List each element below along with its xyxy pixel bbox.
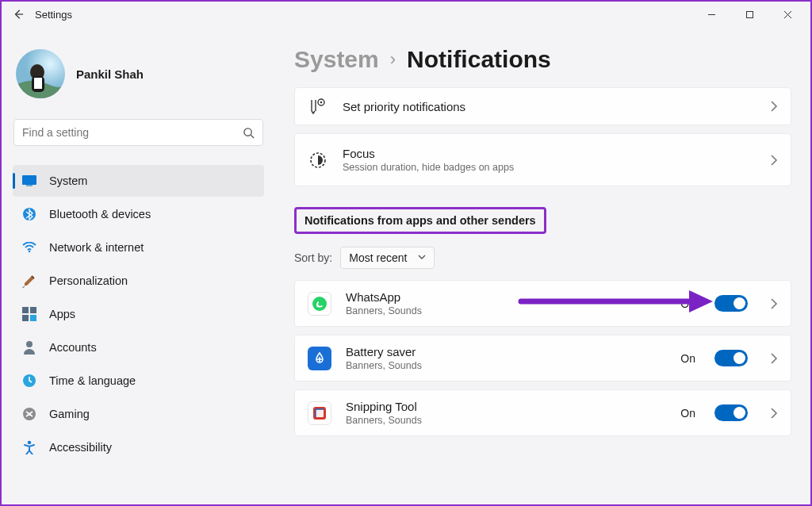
app-row-whatsapp[interactable]: WhatsApp Banners, Sounds On: [294, 280, 791, 327]
sort-row: Sort by: Most recent: [294, 247, 791, 269]
sidebar-item-label: Accessibility: [49, 441, 112, 454]
app-sub: Banners, Sounds: [346, 415, 666, 426]
svg-rect-11: [30, 307, 36, 313]
sidebar-item-bluetooth[interactable]: Bluetooth & devices: [13, 198, 264, 230]
card-priority-notifications[interactable]: Set priority notifications: [294, 87, 791, 125]
card-focus[interactable]: Focus Session duration, hide badges on a…: [294, 133, 791, 186]
svg-point-14: [26, 341, 33, 347]
sidebar-item-accessibility[interactable]: Accessibility: [13, 431, 264, 463]
sort-value: Most recent: [349, 251, 407, 264]
breadcrumb: System › Notifications: [294, 46, 791, 73]
gaming-icon: [22, 407, 36, 421]
toggle-switch[interactable]: [714, 404, 748, 421]
apps-icon: [22, 307, 36, 321]
accessibility-icon: [22, 440, 36, 454]
breadcrumb-current: Notifications: [407, 46, 551, 73]
section-heading: Notifications from apps and other sender…: [294, 207, 546, 234]
maximize-button[interactable]: [731, 2, 768, 26]
card-title: Focus: [343, 147, 756, 160]
titlebar: Settings: [2, 2, 810, 27]
main-content: System › Notifications Set priority noti…: [275, 27, 810, 504]
sidebar-item-label: System: [49, 174, 87, 187]
svg-rect-13: [30, 315, 36, 321]
profile-block[interactable]: Pankil Shah: [13, 44, 264, 113]
sort-dropdown[interactable]: Most recent: [340, 247, 435, 269]
sidebar-item-label: Time & language: [49, 374, 136, 387]
svg-rect-10: [22, 307, 29, 313]
app-sub: Banners, Sounds: [346, 360, 666, 371]
svg-point-17: [28, 441, 32, 445]
breadcrumb-parent[interactable]: System: [294, 46, 379, 73]
svg-rect-7: [26, 185, 33, 186]
app-sub: Banners, Sounds: [346, 305, 666, 316]
battery-saver-icon: [308, 347, 331, 370]
svg-rect-6: [22, 175, 36, 185]
brush-icon: [22, 274, 36, 288]
toggle-state-label: On: [680, 297, 695, 310]
sidebar-item-time[interactable]: Time & language: [13, 365, 264, 397]
chevron-right-icon: [770, 155, 778, 166]
window-controls: [693, 2, 806, 26]
search-box[interactable]: [13, 119, 263, 146]
minimize-button[interactable]: [693, 2, 730, 26]
sidebar-item-label: Network & internet: [49, 241, 144, 254]
toggle-state-label: On: [680, 407, 695, 420]
svg-rect-0: [746, 11, 753, 17]
app-row-battery-saver[interactable]: Battery saver Banners, Sounds On: [294, 335, 791, 381]
svg-point-9: [29, 251, 31, 253]
maximize-icon: [745, 10, 754, 19]
svg-rect-12: [22, 315, 29, 321]
window-title: Settings: [35, 9, 693, 21]
whatsapp-icon: [308, 292, 331, 316]
sidebar-item-label: Personalization: [49, 274, 128, 287]
card-subtitle: Session duration, hide badges on apps: [343, 162, 756, 173]
sidebar-item-label: Apps: [49, 308, 75, 320]
search-icon: [243, 127, 255, 139]
search-input[interactable]: [22, 126, 208, 139]
close-icon: [783, 10, 792, 19]
card-title: Set priority notifications: [343, 100, 756, 113]
toggle-state-label: On: [680, 352, 695, 365]
sidebar-item-accounts[interactable]: Accounts: [13, 332, 264, 363]
app-name: WhatsApp: [346, 290, 666, 304]
sidebar-item-system[interactable]: System: [13, 165, 264, 197]
sidebar-item-label: Bluetooth & devices: [49, 208, 151, 220]
app-name: Snipping Tool: [346, 400, 666, 413]
arrow-left-icon: [13, 9, 24, 20]
chevron-right-icon: [770, 298, 778, 309]
bluetooth-icon: [22, 207, 36, 221]
profile-name: Pankil Shah: [76, 67, 144, 81]
focus-icon: [308, 151, 328, 170]
toggle-switch[interactable]: [714, 350, 748, 366]
clock-icon: [22, 374, 36, 388]
sidebar-item-personalization[interactable]: Personalization: [13, 265, 264, 297]
sidebar-item-apps[interactable]: Apps: [13, 298, 264, 330]
svg-point-5: [244, 128, 251, 135]
wifi-icon: [22, 240, 36, 255]
sidebar-item-label: Accounts: [49, 341, 97, 354]
minimize-icon: [707, 10, 716, 19]
toggle-switch[interactable]: [714, 295, 748, 312]
person-icon: [22, 340, 36, 355]
app-row-snipping-tool[interactable]: Snipping Tool Banners, Sounds On: [294, 389, 791, 436]
chevron-right-icon: [770, 353, 778, 364]
svg-point-23: [312, 297, 327, 311]
app-name: Battery saver: [346, 345, 666, 358]
system-icon: [22, 174, 36, 188]
chevron-right-icon: [770, 408, 778, 419]
sort-label: Sort by:: [294, 251, 332, 264]
sidebar-item-label: Gaming: [49, 408, 90, 420]
close-button[interactable]: [769, 2, 806, 26]
chevron-right-icon: [770, 101, 778, 112]
chevron-right-icon: ›: [390, 49, 396, 70]
sidebar-item-gaming[interactable]: Gaming: [13, 398, 264, 430]
priority-icon: [308, 98, 328, 115]
sidebar: Pankil Shah System Bluetooth & devices: [2, 27, 275, 504]
avatar: [16, 49, 65, 98]
svg-point-19: [320, 102, 323, 104]
svg-rect-4: [34, 78, 42, 89]
back-button[interactable]: [5, 2, 32, 27]
chevron-down-icon: [418, 255, 426, 261]
sidebar-item-network[interactable]: Network & internet: [13, 232, 264, 263]
sidebar-nav: System Bluetooth & devices Network & int…: [13, 165, 264, 463]
